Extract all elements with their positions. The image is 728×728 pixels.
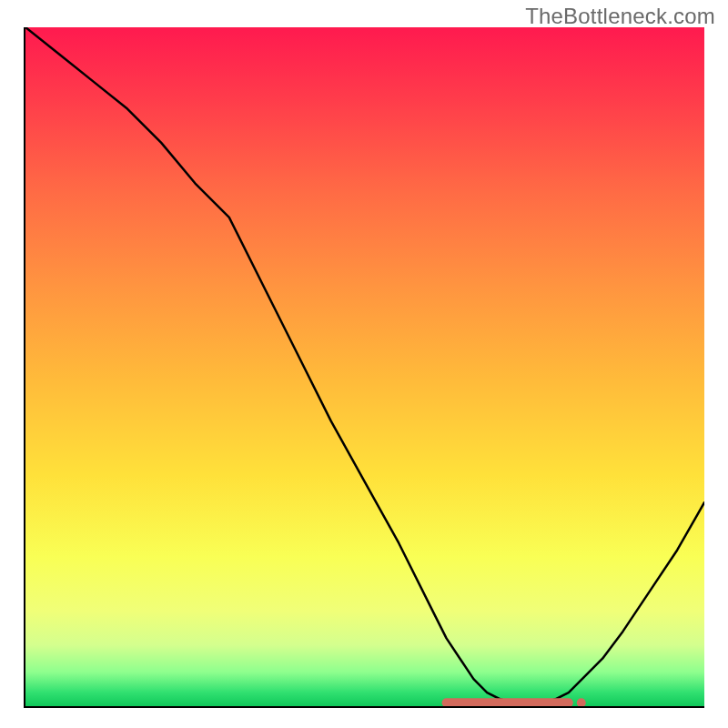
plot-area (24, 27, 704, 708)
bottleneck-curve-path (25, 27, 704, 704)
minimum-marker-end (577, 698, 586, 706)
curve-layer (25, 27, 704, 706)
chart-root: TheBottleneck.com (0, 0, 728, 728)
watermark-text: TheBottleneck.com (525, 4, 715, 29)
